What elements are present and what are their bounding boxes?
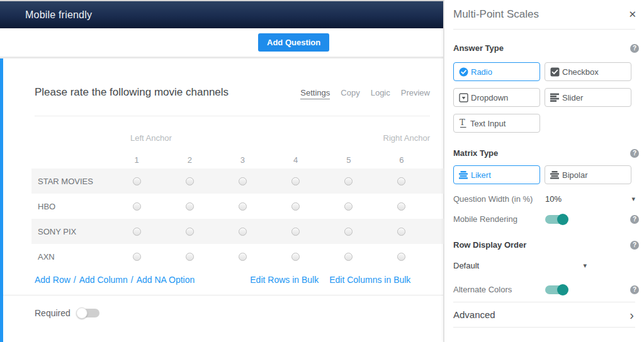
radio-icon[interactable] <box>397 177 405 185</box>
radio-icon[interactable] <box>291 202 300 211</box>
text-cursor-icon: T <box>459 118 468 128</box>
radio-option[interactable] <box>163 202 216 211</box>
required-toggle[interactable] <box>77 309 99 317</box>
tab-settings[interactable]: Settings <box>300 88 330 99</box>
radio-option[interactable] <box>216 253 269 261</box>
answer-type-checkbox-button[interactable]: Checkbox <box>545 62 631 81</box>
radio-icon[interactable] <box>344 228 353 236</box>
radio-icon[interactable] <box>239 228 247 236</box>
alternate-colors-label: Alternate Colors <box>453 285 545 294</box>
advanced-section-toggle[interactable]: Advanced › <box>453 302 635 328</box>
tab-logic[interactable]: Logic <box>371 88 390 99</box>
mobile-rendering-toggle[interactable] <box>545 215 568 224</box>
radio-icon[interactable] <box>133 228 141 236</box>
anchor-spacer <box>38 133 110 143</box>
edit-rows-bulk-link[interactable]: Edit Rows in Bulk <box>250 275 319 285</box>
close-icon[interactable]: ✕ <box>628 9 636 20</box>
chevron-down-icon[interactable]: ▾ <box>631 195 635 203</box>
help-icon[interactable]: ? <box>630 285 639 294</box>
radio-option[interactable] <box>110 228 163 236</box>
panel-title: Multi-Point Scales <box>453 8 539 21</box>
add-na-option-link[interactable]: Add NA Option <box>137 275 195 285</box>
likert-bars-icon <box>459 171 468 179</box>
radio-icon[interactable] <box>186 177 194 185</box>
add-question-button[interactable]: Add Question <box>258 33 329 52</box>
radio-option[interactable] <box>322 202 375 211</box>
matrix-row: AXN <box>31 244 446 269</box>
column-header: 4 <box>269 155 322 165</box>
radio-option[interactable] <box>163 228 216 236</box>
chevron-down-icon[interactable]: ▾ <box>583 262 587 270</box>
radio-icon[interactable] <box>186 228 194 236</box>
row-display-order-value[interactable]: Default <box>453 261 479 270</box>
radio-icon[interactable] <box>239 253 247 261</box>
radio-option[interactable] <box>110 177 163 185</box>
matrix-type-bipolar-button[interactable]: Bipolar <box>545 165 631 184</box>
answer-type-text-input-button[interactable]: T Text Input <box>453 114 540 133</box>
help-icon[interactable]: ? <box>630 241 639 250</box>
radio-option[interactable] <box>269 228 322 236</box>
answer-type-dropdown-button[interactable]: Dropdown <box>453 88 540 107</box>
radio-option[interactable] <box>269 253 322 261</box>
radio-option[interactable] <box>322 177 375 185</box>
radio-icon[interactable] <box>239 202 247 211</box>
radio-option[interactable] <box>163 177 216 185</box>
mobile-rendering-row: Mobile Rendering ? <box>453 214 635 224</box>
settings-panel: Multi-Point Scales ✕ Answer Type ? Radio… <box>444 0 644 342</box>
radio-icon[interactable] <box>397 228 405 236</box>
radio-option[interactable] <box>322 228 375 236</box>
question-card: Please rate the following movie channels… <box>0 58 443 342</box>
radio-option[interactable] <box>110 253 163 261</box>
radio-icon[interactable] <box>397 253 405 261</box>
question-width-row: Question Width (in %) 10% ▾ <box>453 194 635 204</box>
matrix-type-likert-button[interactable]: Likert <box>453 165 540 184</box>
radio-icon[interactable] <box>186 253 194 261</box>
radio-icon[interactable] <box>291 228 300 236</box>
radio-option[interactable] <box>375 228 428 236</box>
alternate-colors-toggle[interactable] <box>545 285 568 294</box>
radio-option[interactable] <box>322 253 375 261</box>
radio-icon[interactable] <box>133 253 141 261</box>
radio-option[interactable] <box>110 202 163 211</box>
radio-icon[interactable] <box>133 177 141 185</box>
row-display-order-select[interactable]: Default ▾ <box>453 261 587 270</box>
add-column-link[interactable]: Add Column <box>79 275 128 285</box>
help-icon[interactable]: ? <box>630 149 639 158</box>
help-icon[interactable]: ? <box>630 44 639 53</box>
edit-columns-bulk-link[interactable]: Edit Columns in Bulk <box>329 275 410 285</box>
radio-icon[interactable] <box>344 253 353 261</box>
advanced-label: Advanced <box>453 309 495 320</box>
radio-option[interactable] <box>375 253 428 261</box>
radio-icon[interactable] <box>344 177 353 185</box>
radio-icon[interactable] <box>133 202 141 211</box>
radio-icon[interactable] <box>344 202 353 211</box>
radio-option[interactable] <box>216 228 269 236</box>
help-icon[interactable]: ? <box>630 215 639 224</box>
radio-option[interactable] <box>163 253 216 261</box>
matrix-type-options: Likert Bipolar <box>453 165 631 184</box>
answer-type-options: Radio Checkbox Dropdown Slider T Text In… <box>453 62 631 133</box>
tab-preview[interactable]: Preview <box>401 88 430 99</box>
radio-option[interactable] <box>375 202 428 211</box>
radio-option[interactable] <box>375 177 428 185</box>
alternate-colors-row: Alternate Colors ? <box>453 285 635 294</box>
radio-option[interactable] <box>216 177 269 185</box>
dropdown-icon <box>459 93 468 102</box>
add-row-link[interactable]: Add Row <box>35 275 71 285</box>
question-width-value[interactable]: 10% <box>545 194 562 204</box>
radio-icon[interactable] <box>397 202 405 211</box>
tab-copy[interactable]: Copy <box>341 88 359 99</box>
radio-icon[interactable] <box>186 202 194 211</box>
radio-icon[interactable] <box>291 253 300 261</box>
panel-divider <box>453 29 635 30</box>
row-label: SONY PIX <box>38 227 110 236</box>
radio-option[interactable] <box>216 202 269 211</box>
radio-icon[interactable] <box>239 177 247 185</box>
radio-option[interactable] <box>269 177 322 185</box>
matrix-edit-links: Add Row / Add Column / Add NA Option Edi… <box>35 275 443 285</box>
radio-option[interactable] <box>269 202 322 211</box>
answer-type-slider-button[interactable]: Slider <box>545 88 631 107</box>
answer-type-radio-button[interactable]: Radio <box>453 62 540 81</box>
radio-icon[interactable] <box>291 177 300 185</box>
column-header: 5 <box>322 155 375 165</box>
